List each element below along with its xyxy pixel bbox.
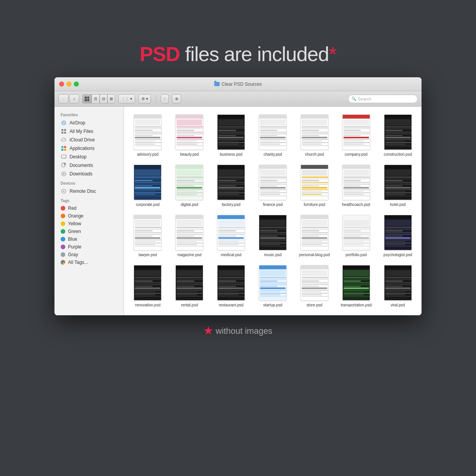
nav-buttons: ‹ ›	[58, 94, 79, 104]
svg-rect-8	[64, 149, 66, 151]
file-item[interactable]: beauty.psd	[170, 112, 209, 159]
sidebar-item-documents[interactable]: Documents	[54, 161, 124, 170]
file-name: church.psd	[305, 152, 324, 157]
icloud-icon	[61, 137, 67, 143]
sidebar-item-icloud[interactable]: iCloud Drive	[54, 136, 124, 144]
back-button[interactable]: ‹	[58, 94, 68, 104]
tag-dot-gray	[61, 252, 65, 257]
sidebar-item-downloads[interactable]: Downloads	[54, 170, 124, 178]
share-button[interactable]: ↑	[161, 94, 169, 104]
list-view-button[interactable]: ☰	[92, 94, 100, 104]
maximize-button[interactable]	[74, 82, 79, 87]
action-button[interactable]: ⚙ ▾	[138, 94, 151, 104]
file-item[interactable]: construction.psd	[378, 112, 418, 159]
sidebar-item-desktop[interactable]: Desktop	[54, 153, 124, 161]
remote-disc-label: Remote Disc	[70, 189, 96, 194]
sidebar-item-all-files[interactable]: All My Files	[54, 127, 124, 136]
sidebar-item-applications[interactable]: Applications	[54, 144, 124, 153]
close-button[interactable]	[59, 82, 64, 87]
file-name: healthcoach.psd	[342, 202, 370, 207]
tag-green-label: Green	[68, 229, 81, 234]
disc-icon	[61, 188, 67, 194]
tag-blue-label: Blue	[68, 236, 77, 242]
tag-dot-purple	[61, 245, 65, 249]
airdrop-label: AirDrop	[70, 120, 85, 126]
file-item[interactable]: corporate.psd	[128, 163, 168, 209]
minimize-button[interactable]	[66, 82, 71, 87]
file-item[interactable]: store.psd	[294, 263, 334, 309]
file-name: psychologist.psd	[384, 252, 412, 257]
file-item[interactable]: company.psd	[336, 112, 376, 159]
sidebar-item-tag-red[interactable]: Red	[54, 204, 124, 212]
file-item[interactable]: business.psd	[211, 112, 251, 159]
file-item[interactable]: hotel.psd	[378, 163, 418, 209]
file-name: magazine.psd	[177, 252, 201, 257]
all-tags-label: All Tags...	[68, 260, 88, 265]
file-name: construction.psd	[384, 152, 412, 157]
file-name: charity.psd	[264, 152, 282, 157]
file-item[interactable]: advisory.psd	[128, 112, 168, 159]
file-item[interactable]: lawyer.psd	[128, 213, 168, 259]
tag-orange-label: Orange	[68, 213, 83, 219]
sidebar-item-all-tags[interactable]: All Tags...	[54, 258, 124, 266]
downloads-label: Downloads	[70, 171, 92, 177]
hero-heading: PSD files are included*	[140, 42, 337, 66]
file-item[interactable]: transportation.psd	[336, 263, 376, 309]
file-item[interactable]: personal-blog.psd	[294, 213, 334, 259]
cover-flow-button[interactable]: ⊠	[107, 94, 115, 104]
tag-dot-orange	[61, 214, 65, 218]
file-name: transportation.psd	[341, 303, 372, 308]
file-item[interactable]: charity.psd	[253, 112, 293, 159]
sidebar-item-airdrop[interactable]: AirDrop	[54, 119, 124, 127]
file-item[interactable]: viral.psd	[378, 263, 418, 309]
footnote-text: without images	[216, 326, 272, 336]
tag-dot-all	[61, 260, 65, 265]
search-placeholder: Search	[358, 97, 371, 101]
file-item[interactable]: startup.psd	[253, 263, 293, 309]
sidebar-item-remote-disc[interactable]: Remote Disc	[54, 187, 124, 196]
svg-rect-3	[61, 132, 63, 134]
hero-psd: PSD	[140, 43, 180, 65]
file-item[interactable]: music.psd	[253, 213, 293, 259]
svg-rect-2	[64, 129, 66, 131]
file-name: business.psd	[220, 152, 242, 157]
sort-button[interactable]: ⋮⋮ ▾	[118, 94, 135, 104]
applications-icon	[61, 145, 67, 151]
icon-view-button[interactable]	[82, 94, 92, 104]
file-name: lawyer.psd	[139, 252, 157, 257]
file-item[interactable]: medical.psd	[211, 213, 251, 259]
link-button[interactable]: ⊕	[172, 94, 181, 104]
svg-point-17	[63, 191, 65, 192]
forward-button[interactable]: ›	[69, 94, 79, 104]
file-item[interactable]: healthcoach.psd	[336, 163, 376, 209]
sidebar-item-tag-gray[interactable]: Gray	[54, 251, 124, 258]
sidebar-item-tag-green[interactable]: Green	[54, 228, 124, 235]
column-view-button[interactable]: ⊟	[100, 94, 107, 104]
file-item[interactable]: rental.psd	[170, 263, 209, 309]
sidebar-item-tag-yellow[interactable]: Yellow	[54, 220, 124, 228]
file-item[interactable]: furniture.psd	[294, 163, 334, 209]
file-item[interactable]: restaurant.psd	[211, 263, 251, 309]
toolbar: ‹ › ☰ ⊟ ⊠ ⋮⋮ ▾ ⚙ ▾ ↑ ⊕ 🔍 Search	[54, 91, 422, 107]
devices-label: Devices	[54, 178, 124, 187]
file-name: music.psd	[264, 252, 281, 257]
sidebar-item-tag-purple[interactable]: Purple	[54, 243, 124, 251]
tag-dot-yellow	[61, 221, 65, 226]
search-bar[interactable]: 🔍 Search	[348, 95, 418, 103]
file-item[interactable]: portfolio.psd	[336, 213, 376, 259]
tag-purple-label: Purple	[68, 244, 82, 250]
file-item[interactable]: finance.psd	[253, 163, 293, 209]
svg-rect-7	[61, 149, 63, 151]
title-bar: Clear PSD Sources	[54, 77, 422, 91]
file-item[interactable]: magazine.psd	[170, 213, 209, 259]
file-item[interactable]: church.psd	[294, 112, 334, 159]
file-item[interactable]: psychologist.psd	[378, 213, 418, 259]
svg-point-0	[62, 121, 66, 125]
sidebar-item-tag-blue[interactable]: Blue	[54, 235, 124, 243]
file-item[interactable]: renovation.psd	[128, 263, 168, 309]
window-title: Clear PSD Sources	[214, 82, 262, 87]
sidebar-item-tag-orange[interactable]: Orange	[54, 212, 124, 220]
file-name: corporate.psd	[136, 202, 160, 207]
file-item[interactable]: digital.psd	[170, 163, 209, 209]
file-item[interactable]: factory.psd	[211, 163, 251, 209]
